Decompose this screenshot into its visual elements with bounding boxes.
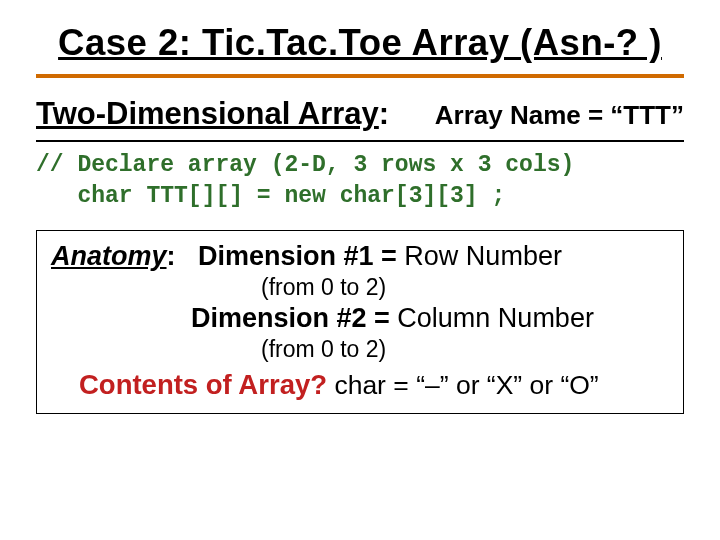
anatomy-line-2: Dimension #2 = Column Number	[191, 303, 669, 334]
anatomy-label: Anatomy	[51, 241, 167, 271]
dim1-range: (from 0 to 2)	[261, 274, 669, 301]
code-line-1: // Declare array (2-D, 3 rows x 3 cols)	[36, 152, 574, 178]
anatomy-box: Anatomy: Dimension #1 = Row Number (from…	[36, 230, 684, 414]
subheading-text: Two-Dimensional Array:	[36, 96, 389, 132]
anatomy-colon: :	[167, 241, 176, 271]
code-line-2: char TTT[][] = new char[3][3] ;	[36, 183, 505, 209]
code-block: // Declare array (2-D, 3 rows x 3 cols) …	[36, 150, 684, 212]
dim1-value: Row Number	[404, 241, 562, 271]
contents-line: Contents of Array? char = “–” or “X” or …	[79, 369, 669, 401]
contents-question: Contents of Array?	[79, 369, 327, 400]
dim2-value: Column Number	[397, 303, 594, 333]
subheading-label: Two-Dimensional Array	[36, 96, 379, 131]
contents-answer: char = “–” or “X” or “O”	[327, 370, 599, 400]
title-rule	[36, 74, 684, 78]
thin-rule	[36, 140, 684, 142]
slide-title: Case 2: Tic.Tac.Toe Array (Asn-? )	[36, 22, 684, 64]
slide: Case 2: Tic.Tac.Toe Array (Asn-? ) Two-D…	[0, 0, 720, 540]
anatomy-line-1: Anatomy: Dimension #1 = Row Number	[51, 241, 669, 272]
subheading-colon: :	[379, 96, 389, 131]
subheading-row: Two-Dimensional Array: Array Name = “TTT…	[36, 96, 684, 132]
array-name-label: Array Name = “TTT”	[435, 100, 684, 131]
dim1-label: Dimension #1 =	[198, 241, 404, 271]
dim2-label: Dimension #2 =	[191, 303, 397, 333]
dim2-range: (from 0 to 2)	[261, 336, 669, 363]
